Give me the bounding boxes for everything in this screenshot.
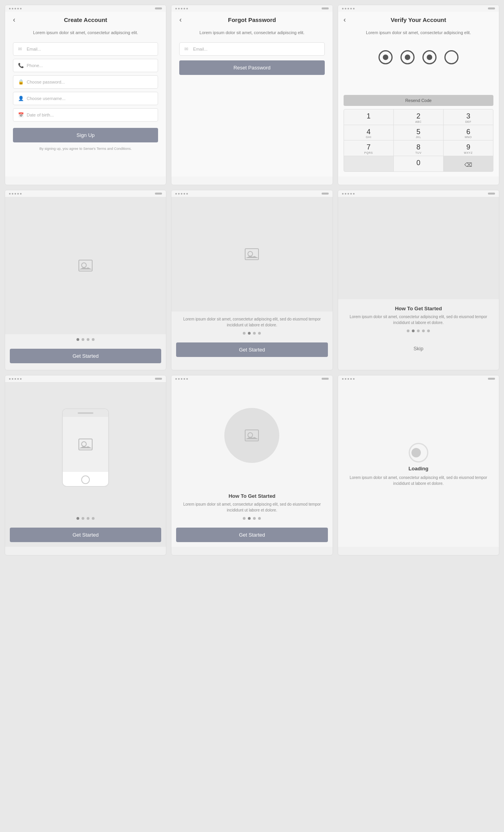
onboard-screen-6: Loading Lorem ipsum dolor sit amet, cons… [338,375,499,555]
dob-field[interactable]: 📅 Date of birth... [13,108,158,122]
dot [20,193,22,195]
back-arrow-icon[interactable]: ‹ [344,16,346,24]
key-backspace[interactable]: ⌫ [444,156,493,171]
key-3[interactable]: 3 DEF [444,109,493,125]
dot [12,8,13,9]
top-dots [175,193,188,195]
phone-notch [78,412,93,414]
key-4[interactable]: 4 GHI [344,125,393,140]
password-field[interactable]: 🔒 Choose password... [13,75,158,89]
dot [350,8,352,9]
minimize-bar [322,378,329,380]
dot [348,193,349,195]
key-1[interactable]: 1 [344,109,393,125]
dot [17,193,19,195]
indicator-dot-3 [87,517,89,520]
radio-inner-2 [405,55,410,60]
top-dots [342,378,355,380]
onboard-description: Lorem ipsum dolor sit amet, consectetur … [179,501,324,513]
minimize-bar [488,378,495,380]
header: ‹ Forgot Password [179,16,324,23]
key-8[interactable]: 8 TUV [394,140,443,156]
skip-button[interactable]: Skip [343,340,494,357]
get-started-button[interactable]: Get Started [10,349,161,363]
back-arrow-icon[interactable]: ‹ [13,16,15,24]
screen-title: Verify Your Account [391,16,446,23]
email-field[interactable]: ✉ Email... [179,42,324,56]
dot [17,8,19,9]
create-account-content: ‹ Create Account Lorem ipsum dolor sit a… [5,12,166,177]
dot [9,8,11,9]
radio-option-4[interactable] [444,50,459,64]
indicator-dot-4 [258,332,261,335]
keypad: 1 2 ABC 3 DEF 4 GHI 5 JKL [344,109,493,172]
key-5[interactable]: 5 JKL [394,125,443,140]
dot [15,8,16,9]
terms-text: By signing up, you agree to Sense's Term… [13,146,158,152]
minimize-bar [488,7,495,9]
email-placeholder: Email... [193,47,207,51]
signup-button[interactable]: Sign Up [13,128,158,142]
resend-code-button[interactable]: Resend Code [344,95,493,106]
dot [181,193,182,195]
onboard-text-area: Lorem ipsum dolor sit amet, consectetur … [171,311,332,328]
indicator-dot-3 [253,517,256,520]
screen-title: Forgot Password [228,16,276,23]
indicator-dot-1 [76,338,79,341]
row-2: Get Started Lorem ipsum dolor sit amet, … [5,190,499,370]
minimize-bar [155,378,162,380]
page-indicator [338,326,499,336]
phone-placeholder: Phone... [27,63,43,68]
phone-inner-top [63,409,108,417]
onboard-bottom: Get Started [5,524,166,547]
email-field[interactable]: ✉ Email... [13,42,158,56]
dot [20,8,22,9]
phone-inner-content [63,417,108,472]
forgot-password-screen: ‹ Forgot Password Lorem ipsum dolor sit … [171,5,333,185]
get-started-button[interactable]: Get Started [176,342,328,357]
radio-option-3[interactable] [422,50,437,64]
onboard-description: Lorem ipsum dolor sit amet, consectetur … [178,316,326,328]
get-started-button[interactable]: Get Started [10,528,161,542]
dot [342,193,344,195]
onboard-screen-3: How To Get Started Lorem ipsum dolor sit… [338,190,499,370]
top-bar [5,375,166,382]
dot [184,8,185,9]
dot [9,378,11,380]
onboard-screen-5: How To Get Started Lorem ipsum dolor sit… [171,375,333,555]
image-placeholder-icon [245,248,259,260]
key-9[interactable]: 9 WXYZ [444,140,493,156]
back-arrow-icon[interactable]: ‹ [179,16,182,24]
indicator-dot-3 [253,332,256,335]
user-icon: 👤 [18,96,24,101]
verify-account-screen: ‹ Verify Your Account Lorem ipsum dolor … [338,5,499,185]
backspace-icon: ⌫ [464,162,472,168]
key-7[interactable]: 7 PQRS [344,140,393,156]
top-bar [338,375,499,382]
radio-option-2[interactable] [400,50,415,64]
key-2[interactable]: 2 ABC [394,109,443,125]
password-placeholder: Choose password... [27,80,65,84]
dot [348,8,349,9]
radio-option-1[interactable] [378,50,393,64]
username-field[interactable]: 👤 Choose username... [13,92,158,105]
key-0[interactable]: 0 [394,156,443,171]
key-6[interactable]: 6 MNO [444,125,493,140]
indicator-dot-1 [243,332,246,335]
reset-password-button[interactable]: Reset Password [179,60,324,75]
top-bar [171,190,332,197]
dot [184,193,185,195]
get-started-button[interactable]: Get Started [176,528,328,542]
dot [348,378,349,380]
phone-field[interactable]: 📞 Phone... [13,59,158,72]
onboard-bottom: Get Started [171,524,332,547]
dot [353,193,355,195]
dot [12,193,13,195]
top-dots [9,193,22,195]
radio-inner-1 [383,55,388,60]
dot [175,378,177,380]
indicator-dot-4 [92,338,95,341]
indicator-dot-2 [412,330,415,332]
onboard-image-area [338,197,499,299]
email-icon: ✉ [18,46,24,52]
